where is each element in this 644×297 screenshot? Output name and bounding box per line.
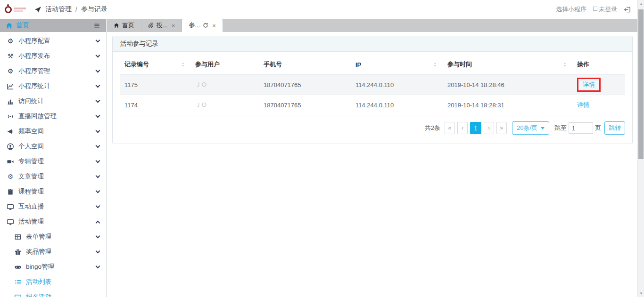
megaphone-icon xyxy=(7,128,14,135)
scroll-down-icon[interactable]: ▼ xyxy=(638,289,644,297)
line-chart-icon xyxy=(7,83,14,90)
col-ip[interactable]: IP xyxy=(351,55,443,75)
home-icon xyxy=(6,22,13,29)
sidebar-item-visit-stats[interactable]: 访问统计 xyxy=(0,94,106,109)
table-row: 1174 ＪO 18704071765 114.244.0.110 2019-1… xyxy=(120,95,625,115)
chevron-down-icon xyxy=(96,68,100,72)
sidebar-item-miniprogram-publish[interactable]: ⚒小程序发布 xyxy=(0,48,106,64)
logo-wordmark xyxy=(14,8,26,12)
tab-participation[interactable]: 参... × xyxy=(182,19,222,32)
detail-link[interactable]: 详情 xyxy=(577,101,589,108)
sort-icon[interactable] xyxy=(432,62,438,67)
user-icon xyxy=(7,143,14,150)
sidebar-item-course-manage[interactable]: 课程管理 xyxy=(0,184,106,199)
breadcrumb: 活动管理 / 参与记录 xyxy=(34,5,107,14)
sidebar-item-activity-manage[interactable]: 活动管理 xyxy=(0,214,106,229)
jump-button[interactable]: 跳转 xyxy=(604,121,625,135)
chevron-up-icon xyxy=(96,220,100,225)
tab-vote[interactable]: 投... × xyxy=(141,19,182,32)
cell-action: 详情 xyxy=(572,75,625,95)
jump-suffix: 页 xyxy=(595,124,601,132)
sort-icon[interactable] xyxy=(562,62,568,67)
sidebar-item-miniprogram-config[interactable]: ⚙小程序配置 xyxy=(0,33,106,48)
refresh-icon[interactable] xyxy=(203,23,208,28)
sidebar-item-personal-space[interactable]: 个人空间 xyxy=(0,139,106,154)
col-record-id[interactable]: 记录编号 xyxy=(120,55,190,75)
page-number-button[interactable]: 1 xyxy=(470,122,481,134)
avatar-placeholder-icon xyxy=(593,7,597,11)
sidebar-item-interactive-live[interactable]: 互动直播 xyxy=(0,199,106,214)
last-page-button[interactable]: » xyxy=(496,122,507,134)
jump-page-input[interactable] xyxy=(569,122,593,134)
pagination: 共2条 « ‹ 1 › » 20条/页 跳至 页 跳转 xyxy=(120,121,625,135)
chevron-down-icon xyxy=(96,188,100,193)
next-page-button[interactable]: › xyxy=(484,122,494,134)
sidebar-item-frequency-space[interactable]: 频率空间 xyxy=(0,124,106,139)
scroll-up-icon[interactable]: ▲ xyxy=(638,0,644,8)
cell-time: 2019-10-14 18:28:31 xyxy=(443,95,572,115)
panel-title: 活动参与记录 xyxy=(113,36,632,52)
sort-icon[interactable] xyxy=(180,62,186,67)
topbar: 活动管理 / 参与记录 选择小程序 未登录 xyxy=(0,0,637,19)
cell-user: ＪO xyxy=(190,95,259,115)
sidebar-item-prize-manage[interactable]: 奖品管理 xyxy=(0,244,106,259)
video-camera-icon xyxy=(7,158,14,165)
send-icon xyxy=(34,6,41,13)
sidebar-item-miniprogram-manage[interactable]: ⚙小程序管理 xyxy=(0,64,106,79)
cell-action: 详情 xyxy=(572,95,625,115)
breadcrumb-separator: / xyxy=(75,6,77,13)
chevron-down-icon xyxy=(96,158,100,163)
jump-label: 跳至 xyxy=(554,124,567,132)
close-icon[interactable]: × xyxy=(172,22,175,29)
sidebar-item-live-replay[interactable]: 直播回放管理 xyxy=(0,109,106,124)
sidebar-header[interactable]: 首页 xyxy=(0,19,106,32)
sidebar-item-activity-list[interactable]: 活动列表 xyxy=(0,274,106,289)
sidebar-menu: ⚙小程序配置 ⚒小程序发布 ⚙小程序管理 小程序统计 访问统计 直播回放管理 频… xyxy=(0,32,106,297)
gavel-icon: ⚒ xyxy=(7,53,14,59)
gears-icon: ⚙ xyxy=(7,38,14,44)
cell-user: ＪO xyxy=(190,75,259,95)
sidebar-item-signup-activity[interactable]: 报名活动 xyxy=(0,289,106,297)
breadcrumb-page: 参与记录 xyxy=(81,5,107,14)
col-time[interactable]: 参与时间 xyxy=(443,55,572,75)
login-status[interactable]: 未登录 xyxy=(593,5,617,14)
chevron-down-icon xyxy=(96,98,100,103)
gear-icon: ⚙ xyxy=(7,173,14,180)
sidebar-item-album-manage[interactable]: 专辑管理 xyxy=(0,154,106,169)
first-page-button[interactable]: « xyxy=(445,122,455,134)
detail-link[interactable]: 详情 xyxy=(583,80,595,89)
list-icon xyxy=(14,279,22,286)
tab-home[interactable]: 首页 xyxy=(107,19,141,32)
sidebar-item-bingo-manage[interactable]: bingo管理 xyxy=(0,259,106,274)
sidebar-item-article-manage[interactable]: ⚙文章管理 xyxy=(0,169,106,184)
col-phone: 手机号 xyxy=(259,55,351,75)
records-table: 记录编号 参与用户 手机号 IP 参与时间 操作 1175 ＪO 1870407 xyxy=(120,55,625,115)
chevron-down-icon xyxy=(96,128,100,133)
logo-icon xyxy=(5,6,12,13)
monitor-icon xyxy=(7,218,14,225)
paperclip-icon xyxy=(148,23,154,28)
vertical-scrollbar[interactable]: ▲ ▼ xyxy=(637,0,644,297)
sidebar-item-miniprogram-stats[interactable]: 小程序统计 xyxy=(0,79,106,94)
hamburger-icon[interactable] xyxy=(93,22,100,29)
home-icon xyxy=(114,23,119,28)
cell-record-id: 1174 xyxy=(120,95,190,115)
cell-ip: 114.244.0.110 xyxy=(351,75,443,95)
select-miniprogram-button[interactable]: 选择小程序 xyxy=(556,5,586,14)
tab-bar: 首页 投... × 参... × xyxy=(107,19,637,32)
clipboard-icon xyxy=(7,188,14,195)
breadcrumb-section: 活动管理 xyxy=(45,5,72,14)
broadcast-icon xyxy=(7,113,14,120)
cell-time: 2019-10-14 18:28:46 xyxy=(443,75,572,95)
logout-icon[interactable] xyxy=(624,6,631,13)
prev-page-button[interactable]: ‹ xyxy=(457,122,468,134)
sidebar-item-form-manage[interactable]: 表单管理 xyxy=(0,229,106,244)
total-count: 共2条 xyxy=(425,124,440,132)
page-size-select[interactable]: 20条/页 xyxy=(512,121,549,135)
chevron-down-icon xyxy=(96,233,100,238)
table-header-row: 记录编号 参与用户 手机号 IP 参与时间 操作 xyxy=(120,55,625,75)
cell-ip: 114.244.0.110 xyxy=(351,95,443,115)
scrollbar-thumb[interactable] xyxy=(638,9,644,159)
close-icon[interactable]: × xyxy=(212,22,216,29)
annotation-red-box: 详情 xyxy=(577,78,601,92)
